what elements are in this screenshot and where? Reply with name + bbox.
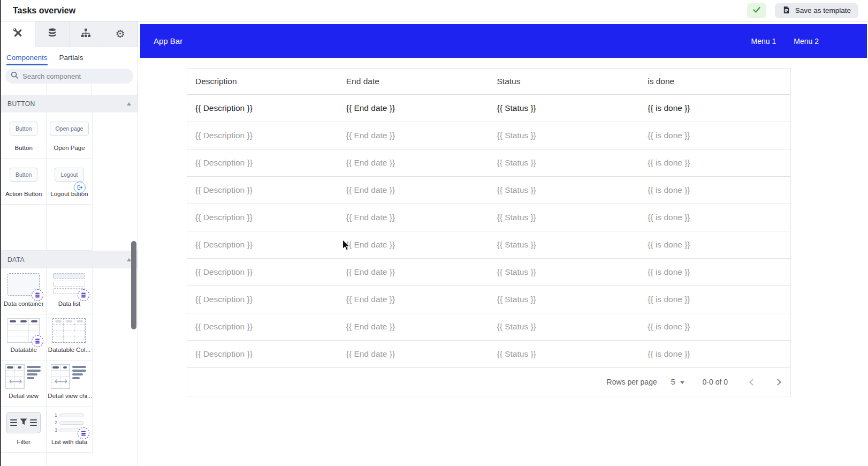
appbar-menu-1[interactable]: Menu 1	[751, 37, 776, 46]
component-open-page[interactable]: Open pageOpen Page	[47, 112, 92, 159]
table-cell	[6, 371, 15, 377]
bar	[30, 419, 37, 421]
menu-bars-icon	[10, 419, 17, 426]
page-title: Tasks overview	[13, 6, 75, 16]
empty-cell	[1, 453, 47, 466]
row-number: 2	[55, 420, 57, 425]
component-data-list[interactable]: Data list	[47, 268, 92, 314]
document-icon	[782, 6, 790, 16]
component-button[interactable]: ButtonButton	[1, 112, 47, 159]
cell-is-done: {{ is done }}	[639, 349, 790, 359]
cell-status: {{ Status }}	[489, 295, 640, 304]
table-cell	[53, 330, 64, 336]
sidebar-scrollbar[interactable]	[131, 241, 136, 329]
tab-components[interactable]: Components	[6, 54, 48, 65]
table-row[interactable]: {{ Description }}{{ End date }}{{ Status…	[187, 231, 790, 259]
component-list-with-data[interactable]: 123List with data	[47, 407, 92, 453]
line	[72, 366, 86, 368]
cell-end-date: {{ End date }}	[338, 131, 489, 140]
column-header-status[interactable]: Status	[489, 77, 640, 86]
cell-end-date: {{ End date }}	[338, 103, 489, 113]
filter-shape	[6, 412, 41, 433]
component-detail-view[interactable]: Detail view	[1, 360, 47, 407]
section-grid-button: ButtonButtonOpen pageOpen PageButtonActi…	[1, 112, 138, 251]
sidebar-tab-tools[interactable]	[1, 21, 35, 47]
table-row[interactable]: {{ Description }}{{ End date }}{{ Status…	[187, 259, 790, 286]
table-row[interactable]: {{ Description }}{{ End date }}{{ Status…	[187, 204, 790, 231]
app-window: Tasks overview Save as template ⚙ Compon…	[0, 0, 868, 466]
component-search[interactable]	[5, 69, 133, 84]
component-detail-view-chi[interactable]: Detail view chi...	[47, 360, 92, 407]
header-pill	[7, 366, 13, 369]
table-header-row: DescriptionEnd dateStatusis done	[187, 69, 790, 95]
cell-description: {{ Description }}	[187, 213, 338, 222]
datatable-card[interactable]: DescriptionEnd dateStatusis done {{ Desc…	[187, 68, 791, 396]
cell-status: {{ Status }}	[489, 103, 640, 113]
table-row[interactable]: {{ Description }}{{ End date }}{{ Status…	[187, 286, 790, 313]
cell-end-date: {{ End date }}	[338, 349, 489, 359]
tools-icon	[13, 28, 23, 40]
sidebar-tab-database[interactable]	[35, 21, 70, 47]
component-label: Action Button	[1, 191, 46, 197]
component-label: Detail view chi...	[47, 393, 92, 399]
chevron-down-icon[interactable]	[680, 381, 684, 384]
search-icon	[11, 71, 19, 81]
left-right-arrow-icon	[52, 377, 70, 386]
sidebar-tab-sitemap[interactable]	[70, 21, 104, 47]
component-label: List with data	[47, 439, 92, 445]
detail-view-shape	[5, 364, 42, 389]
sidebar-tab-gear[interactable]: ⚙	[103, 21, 138, 47]
table-row[interactable]: {{ Description }}{{ End date }}{{ Status…	[187, 95, 790, 122]
component-action-button[interactable]: ButtonAction Button	[1, 159, 47, 205]
dashed-table-shape	[52, 318, 86, 343]
component-label: Open Page	[47, 145, 92, 151]
component-label: Data list	[47, 300, 92, 307]
cell-status: {{ Status }}	[489, 158, 640, 168]
table-cell	[53, 336, 64, 342]
app-bar[interactable]: App Bar Menu 1Menu 2	[140, 24, 867, 58]
appbar-menu-2[interactable]: Menu 2	[794, 37, 819, 46]
component-data-container[interactable]: Data container	[1, 268, 47, 314]
saved-indicator-button[interactable]	[747, 3, 766, 18]
prev-page-button[interactable]	[749, 379, 756, 386]
component-datatable-col[interactable]: Datatable Col...	[47, 314, 92, 360]
bar	[30, 422, 37, 424]
table-cell	[7, 319, 18, 325]
sidebar-nav-tabs: ⚙	[1, 21, 138, 47]
table-row[interactable]: {{ Description }}{{ End date }}{{ Status…	[187, 313, 790, 341]
search-input[interactable]	[22, 72, 128, 80]
cell-description: {{ Description }}	[187, 349, 338, 359]
detail-view-preview	[1, 360, 46, 393]
check-icon	[752, 5, 762, 17]
table-cell	[18, 325, 29, 330]
header-pill	[31, 320, 37, 322]
column-header-description[interactable]: Description	[187, 77, 338, 86]
table-row[interactable]: {{ Description }}{{ End date }}{{ Status…	[187, 122, 790, 149]
cell-status: {{ Status }}	[489, 213, 640, 222]
dashed-row	[53, 273, 85, 279]
component-filter[interactable]: Filter	[1, 407, 47, 453]
table-cell	[51, 371, 60, 377]
header-pill	[20, 320, 27, 322]
save-as-template-button[interactable]: Save as template	[775, 3, 858, 18]
line	[27, 373, 37, 375]
table-cell	[74, 336, 85, 342]
bar	[10, 419, 17, 421]
row-bar	[59, 421, 84, 425]
column-header-is-done[interactable]: is done	[639, 77, 790, 86]
component-logout-button[interactable]: LogoutLogout button	[47, 159, 92, 205]
table-cell	[18, 336, 29, 342]
tab-partials[interactable]: Partials	[59, 54, 83, 65]
table-row[interactable]: {{ Description }}{{ End date }}{{ Status…	[187, 149, 790, 177]
component-datatable[interactable]: Datatable	[1, 314, 47, 360]
section-header-button[interactable]: BUTTON	[1, 95, 138, 112]
section-header-data[interactable]: DATA	[1, 251, 138, 268]
table-row[interactable]: {{ Description }}{{ End date }}{{ Status…	[187, 177, 790, 204]
text-lines	[27, 364, 41, 389]
next-page-button[interactable]	[774, 379, 781, 386]
bar	[10, 422, 17, 424]
pagination-range: 0-0 of 0	[703, 378, 728, 386]
column-header-end-date[interactable]: End date	[338, 77, 489, 86]
table-row[interactable]: {{ Description }}{{ End date }}{{ Status…	[187, 341, 790, 368]
rows-per-page-value[interactable]: 5	[671, 378, 675, 386]
